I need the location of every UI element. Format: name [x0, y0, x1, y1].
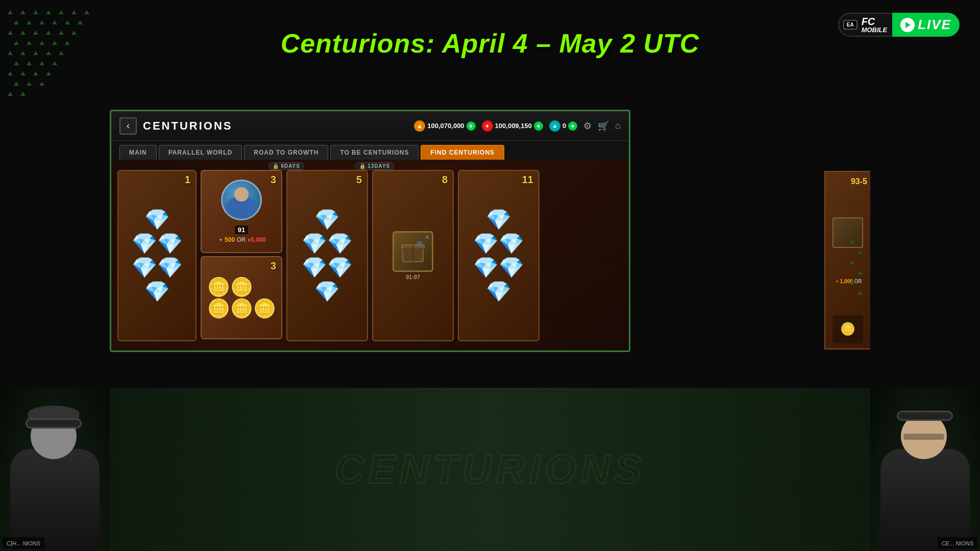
- header-resources: ▲ 100,070,000 + ♦ 100,009,150 + ▲ 0 +: [414, 120, 621, 132]
- card-3-coins[interactable]: 3 🪙🪙🪙🪙🪙: [201, 256, 282, 339]
- svg-marker-3: [46, 10, 51, 14]
- svg-marker-37: [14, 82, 19, 86]
- svg-marker-12: [78, 20, 83, 24]
- gems-resource: ♦ 100,009,150 +: [482, 120, 543, 132]
- player-rating: 91: [235, 226, 248, 234]
- svg-marker-27: [46, 51, 51, 55]
- add-gold-button[interactable]: +: [467, 121, 476, 131]
- content-area: ▲ 0 1 💎💎💎💎💎💎 3 91: [111, 162, 629, 350]
- webcam-right-overlay: CE... NIONS: [938, 537, 977, 548]
- card-11[interactable]: 11 💎💎💎💎💎💎: [458, 170, 540, 341]
- svg-marker-5: [71, 10, 77, 14]
- svg-marker-22: [52, 41, 57, 45]
- live-dot-icon: [900, 18, 915, 32]
- tab-find-centurions[interactable]: FIND CENTURIONS: [421, 145, 504, 160]
- bg-decoration: [0, 0, 112, 112]
- play-icon: [905, 22, 911, 28]
- card-8-content: ✕ 91-97: [373, 171, 453, 340]
- card-1-content: 💎💎💎💎💎💎: [118, 171, 195, 340]
- person-right-silhouette: [870, 408, 980, 551]
- svg-marker-38: [27, 82, 32, 86]
- svg-marker-51: [857, 270, 863, 274]
- gold-resource: ▲ 100,070,000 +: [414, 120, 475, 132]
- card-8-number: 8: [442, 174, 448, 186]
- svg-marker-8: [27, 20, 32, 24]
- card-3b-number: 3: [271, 260, 276, 272]
- svg-marker-10: [52, 20, 57, 24]
- coins-image: 🪙🪙🪙🪙🪙: [207, 277, 276, 319]
- tab-road-to-growth[interactable]: ROAD TO GROWTH 🔒 6Days: [244, 145, 328, 160]
- panel-header: ‹ CENTURIONS ▲ 100,070,000 + ♦ 100,009,1…: [111, 111, 629, 141]
- webcam-right: CE... NIONS: [870, 388, 980, 551]
- card-5-number: 5: [356, 174, 362, 186]
- svg-marker-50: [850, 260, 855, 264]
- svg-marker-39: [39, 82, 44, 86]
- cart-icon[interactable]: 🛒: [598, 120, 609, 132]
- live-badge-container: EA FC MOBILE LIVE: [838, 13, 960, 37]
- mystery-box: ✕: [393, 231, 433, 272]
- card-1[interactable]: 1 💎💎💎💎💎💎: [117, 170, 197, 341]
- card-column-2-3: 3 91 🔸500 OR ♦5,000 3 🪙🪙🪙🪙🪙: [201, 170, 282, 344]
- svg-marker-36: [46, 71, 51, 76]
- webcam-left: C[H... NIONS: [0, 388, 110, 551]
- svg-marker-19: [14, 41, 19, 45]
- svg-marker-40: [8, 92, 13, 96]
- svg-marker-23: [65, 41, 70, 45]
- add-gems-button[interactable]: +: [534, 121, 543, 131]
- svg-marker-52: [850, 281, 855, 285]
- ea-fc-logo: EA FC MOBILE: [838, 13, 892, 37]
- svg-marker-30: [27, 61, 32, 65]
- gems-image-5: 💎💎💎💎💎💎: [291, 208, 363, 304]
- back-button[interactable]: ‹: [119, 117, 137, 135]
- tokens-resource: ▲ 0 +: [549, 120, 577, 132]
- tab-to-be-centurions[interactable]: TO BE CENTURIONS 🔒 13Days: [330, 145, 419, 160]
- bottom-banner: CENTURIONS: [110, 388, 870, 551]
- home-icon[interactable]: ⌂: [615, 120, 621, 131]
- svg-marker-0: [8, 10, 13, 14]
- svg-marker-16: [46, 31, 51, 35]
- event-title: Centurions: April 4 – May 2 UTC: [281, 28, 700, 59]
- centurions-lock-badge: 🔒 13Days: [355, 162, 395, 170]
- tab-parallel-world[interactable]: PARALLEL WORLD: [159, 145, 242, 160]
- partial-card-coins: 🪙: [832, 315, 863, 343]
- svg-marker-53: [857, 291, 863, 295]
- svg-marker-49: [857, 250, 863, 254]
- fc-text: FC: [862, 16, 888, 27]
- svg-marker-9: [39, 20, 44, 24]
- svg-marker-24: [8, 51, 13, 55]
- card-5-content: 💎💎💎💎💎💎: [287, 171, 367, 340]
- svg-marker-34: [20, 71, 26, 76]
- gems-icon: ♦: [482, 120, 493, 132]
- card-5[interactable]: 5 💎💎💎💎💎💎: [286, 170, 368, 341]
- partial-card-label: 93-5: [851, 177, 867, 186]
- svg-marker-28: [59, 51, 64, 55]
- ea-badge: EA: [843, 20, 857, 30]
- tab-main[interactable]: MAIN: [119, 145, 157, 160]
- svg-marker-7: [14, 20, 19, 24]
- gold-icon: ▲: [414, 120, 425, 132]
- svg-marker-11: [65, 20, 70, 24]
- card-8[interactable]: 8 ✕ 91-97: [372, 170, 454, 341]
- panel-title: CENTURIONS: [143, 119, 414, 133]
- card-3-number: 3: [271, 174, 276, 186]
- tokens-amount: 0: [562, 122, 566, 130]
- card-11-content: 💎💎💎💎💎💎: [459, 171, 538, 340]
- svg-marker-31: [39, 61, 44, 65]
- person-left-silhouette: [0, 408, 110, 551]
- svg-marker-41: [20, 92, 26, 96]
- svg-marker-18: [71, 31, 77, 35]
- card-3b-content: 🪙🪙🪙🪙🪙: [202, 257, 281, 338]
- add-tokens-button[interactable]: +: [568, 121, 577, 131]
- centurions-banner-text: CENTURIONS: [335, 446, 646, 493]
- gold-amount: 100,070,000: [427, 122, 464, 130]
- svg-marker-20: [27, 41, 32, 45]
- svg-marker-13: [8, 31, 13, 35]
- svg-marker-14: [20, 31, 26, 35]
- card-3-content: 91 🔸500 OR ♦5,000: [202, 171, 281, 252]
- card-3-player[interactable]: 3 91 🔸500 OR ♦5,000: [201, 170, 282, 253]
- svg-marker-21: [39, 41, 44, 45]
- webcam-left-overlay: C[H... NIONS: [3, 537, 44, 548]
- right-triangle-decoration: [827, 230, 868, 308]
- settings-icon[interactable]: ⚙: [583, 120, 592, 132]
- svg-marker-6: [84, 10, 89, 14]
